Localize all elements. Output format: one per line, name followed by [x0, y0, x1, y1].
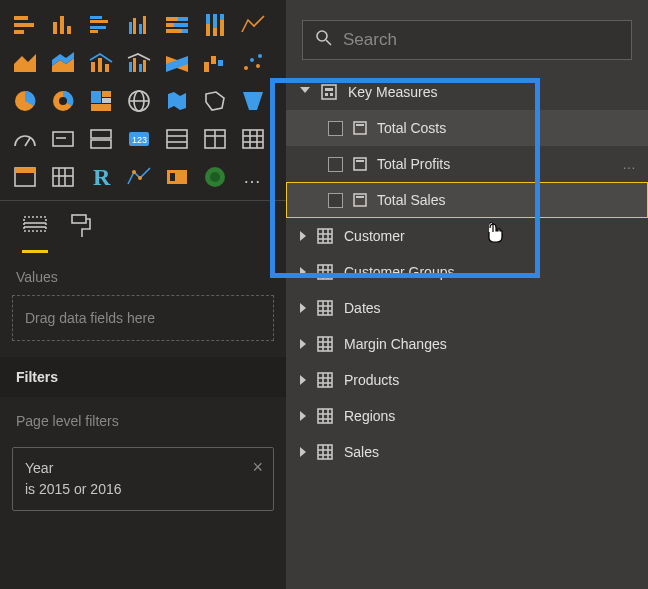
multi-row-card-icon[interactable]: [84, 122, 118, 156]
filter-card-year[interactable]: × Year is 2015 or 2016: [12, 447, 274, 511]
field-checkbox[interactable]: [328, 157, 343, 172]
matrix-icon[interactable]: [236, 122, 270, 156]
caret-right-icon: [300, 411, 306, 421]
table-icon: [316, 263, 334, 281]
table-products[interactable]: Products: [286, 362, 648, 398]
shape-map-icon[interactable]: [198, 84, 232, 118]
key-influencers-icon[interactable]: [160, 160, 194, 194]
table-regions[interactable]: Regions: [286, 398, 648, 434]
table-icon[interactable]: [198, 122, 232, 156]
funnel-chart-icon[interactable]: [236, 84, 270, 118]
table-sales[interactable]: Sales: [286, 434, 648, 470]
line-chart-icon[interactable]: [236, 8, 270, 42]
card-icon[interactable]: [46, 122, 80, 156]
svg-rect-25: [220, 14, 224, 20]
svg-line-56: [25, 138, 30, 146]
format-tab[interactable]: [70, 213, 92, 253]
svg-rect-48: [91, 91, 101, 103]
matrix-viz-icon[interactable]: [46, 160, 80, 194]
table-label: Customer: [344, 228, 405, 244]
caret-down-icon: [300, 87, 310, 98]
arcgis-map-icon[interactable]: [198, 160, 232, 194]
python-visual-icon[interactable]: [122, 160, 156, 194]
svg-rect-8: [90, 26, 106, 29]
table-margin-changes[interactable]: Margin Changes: [286, 326, 648, 362]
search-placeholder: Search: [343, 30, 397, 50]
field-checkbox[interactable]: [328, 193, 343, 208]
field-total-costs[interactable]: Total Costs: [286, 110, 648, 146]
svg-rect-59: [91, 130, 111, 138]
waterfall-chart-icon[interactable]: [198, 46, 232, 80]
svg-point-47: [59, 97, 67, 105]
svg-line-92: [326, 40, 331, 45]
svg-rect-63: [167, 130, 187, 148]
field-total-sales[interactable]: Total Sales: [286, 182, 648, 218]
svg-marker-55: [243, 92, 263, 110]
svg-rect-123: [318, 373, 332, 387]
field-checkbox[interactable]: [328, 121, 343, 136]
caret-right-icon: [300, 303, 306, 313]
clustered-bar-chart-icon[interactable]: [84, 8, 118, 42]
remove-filter-icon[interactable]: ×: [252, 454, 263, 481]
pie-chart-icon[interactable]: [8, 84, 42, 118]
table-label: Products: [344, 372, 399, 388]
area-chart-icon[interactable]: [8, 46, 42, 80]
stacked-column-100-chart-icon[interactable]: [198, 8, 232, 42]
table-label: Customer Groups: [344, 264, 454, 280]
svg-rect-128: [318, 409, 332, 423]
table-customer-groups[interactable]: Customer Groups: [286, 254, 648, 290]
svg-marker-26: [14, 54, 36, 72]
field-label: Total Costs: [377, 120, 446, 136]
svg-rect-15: [178, 17, 188, 21]
filled-map-icon[interactable]: [160, 84, 194, 118]
table-label: Dates: [344, 300, 381, 316]
map-icon[interactable]: [122, 84, 156, 118]
svg-point-43: [256, 64, 260, 68]
table-customer[interactable]: Customer: [286, 218, 648, 254]
clustered-column-chart-icon[interactable]: [122, 8, 156, 42]
svg-rect-40: [218, 60, 223, 66]
field-label: Total Sales: [377, 192, 445, 208]
stacked-area-chart-icon[interactable]: [46, 46, 80, 80]
table-key-measures[interactable]: Key Measures: [286, 74, 648, 110]
svg-rect-96: [330, 93, 333, 96]
field-total-profits[interactable]: Total Profits …: [286, 146, 648, 182]
table-dates[interactable]: Dates: [286, 290, 648, 326]
table-icon: [316, 335, 334, 353]
ribbon-chart-icon[interactable]: [160, 46, 194, 80]
svg-rect-102: [356, 196, 364, 198]
svg-rect-10: [129, 22, 132, 34]
svg-rect-100: [356, 160, 364, 162]
line-stacked-column-chart-icon[interactable]: [84, 46, 118, 80]
field-more-icon[interactable]: …: [622, 156, 638, 172]
svg-rect-113: [318, 301, 332, 315]
caret-right-icon: [300, 231, 306, 241]
line-clustered-column-chart-icon[interactable]: [122, 46, 156, 80]
measure-table-icon: [320, 83, 338, 101]
measure-icon: [353, 121, 367, 135]
svg-rect-101: [354, 194, 366, 206]
svg-rect-49: [102, 91, 111, 97]
svg-rect-4: [60, 16, 64, 34]
kpi-icon[interactable]: 123: [122, 122, 156, 156]
fields-tab[interactable]: [22, 213, 48, 253]
svg-rect-12: [139, 24, 142, 34]
svg-rect-50: [102, 98, 111, 103]
treemap-icon[interactable]: [84, 84, 118, 118]
caret-right-icon: [300, 375, 306, 385]
table-viz-icon[interactable]: [8, 160, 42, 194]
table-icon: [316, 299, 334, 317]
gauge-icon[interactable]: [8, 122, 42, 156]
donut-chart-icon[interactable]: [46, 84, 80, 118]
more-visuals-icon[interactable]: …: [236, 160, 270, 194]
scatter-chart-icon[interactable]: [236, 46, 270, 80]
search-input[interactable]: Search: [302, 20, 632, 60]
stacked-column-chart-icon[interactable]: [46, 8, 80, 42]
stacked-bar-100-chart-icon[interactable]: [160, 8, 194, 42]
slicer-icon[interactable]: [160, 122, 194, 156]
svg-rect-31: [105, 64, 109, 72]
stacked-bar-chart-icon[interactable]: [8, 8, 42, 42]
svg-rect-95: [325, 93, 328, 96]
values-drop-zone[interactable]: Drag data fields here: [12, 295, 274, 341]
r-visual-icon[interactable]: R: [84, 160, 118, 194]
